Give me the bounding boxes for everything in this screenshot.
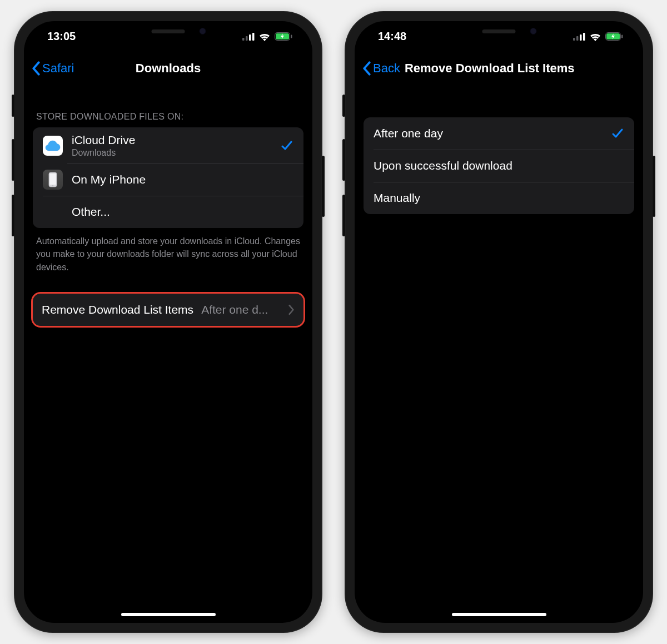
- home-indicator[interactable]: [452, 613, 546, 616]
- wifi-icon: [258, 32, 271, 41]
- svg-rect-16: [621, 35, 623, 38]
- screen: 14:48 Back Remove Download List Items Af…: [355, 21, 643, 623]
- home-indicator[interactable]: [121, 613, 216, 616]
- notch: [97, 21, 239, 41]
- status-time: 13:05: [47, 30, 76, 43]
- volume-down-button: [12, 195, 14, 236]
- screen: 13:05 Safari Downloads Store Downloaded …: [24, 21, 312, 623]
- option-manually[interactable]: Manually: [364, 182, 634, 214]
- svg-rect-3: [252, 33, 255, 41]
- svg-rect-10: [573, 38, 575, 41]
- option-subtitle: Downloads: [72, 148, 280, 158]
- back-button[interactable]: Back: [362, 61, 400, 76]
- option-title: iCloud Drive: [72, 133, 280, 147]
- checkmark-icon: [611, 127, 624, 140]
- storage-option-icloud[interactable]: iCloud Drive Downloads: [33, 127, 303, 164]
- phone-frame-left: 13:05 Safari Downloads Store Downloaded …: [14, 11, 322, 633]
- battery-charging-icon: [275, 32, 292, 41]
- speaker-grille: [482, 29, 516, 33]
- cellular-signal-icon: [242, 33, 255, 41]
- chevron-right-icon: [288, 304, 295, 315]
- svg-rect-1: [246, 36, 248, 41]
- svg-rect-0: [242, 38, 245, 41]
- silent-switch: [342, 95, 345, 117]
- front-camera: [199, 28, 206, 34]
- content: Store Downloaded Files On: iCloud Drive …: [24, 85, 312, 326]
- detail-label: Remove Download List Items: [42, 303, 193, 316]
- detail-value: After one d...: [201, 303, 283, 316]
- section-footer: Automatically upload and store your down…: [24, 228, 312, 274]
- option-title: Other...: [72, 205, 293, 219]
- power-button: [653, 156, 655, 217]
- svg-rect-2: [249, 34, 251, 41]
- cellular-signal-icon: [573, 33, 585, 41]
- page-title: Remove Download List Items: [405, 61, 575, 76]
- on-my-iphone-icon: [43, 170, 63, 190]
- option-title: Manually: [374, 191, 624, 205]
- speaker-grille: [152, 29, 185, 33]
- status-time: 14:48: [378, 30, 406, 43]
- svg-rect-12: [580, 34, 582, 41]
- silent-switch: [12, 95, 14, 117]
- wifi-icon: [589, 32, 601, 41]
- svg-point-9: [52, 185, 54, 187]
- icloud-drive-icon: [43, 136, 63, 156]
- chevron-left-icon: [32, 61, 41, 76]
- option-after-one-day[interactable]: After one day: [364, 117, 634, 150]
- volume-down-button: [342, 195, 345, 236]
- nav-bar: Safari Downloads: [24, 52, 312, 85]
- storage-option-iphone[interactable]: On My iPhone: [33, 164, 303, 196]
- back-label: Back: [373, 61, 400, 76]
- content: After one day Upon successful download M…: [355, 117, 643, 214]
- option-title: Upon successful download: [374, 158, 624, 173]
- volume-up-button: [342, 139, 345, 181]
- svg-rect-8: [49, 174, 56, 185]
- notch: [428, 21, 570, 41]
- icon-spacer: [43, 202, 63, 222]
- back-label: Safari: [42, 61, 74, 76]
- svg-rect-6: [291, 35, 292, 38]
- option-upon-successful-download[interactable]: Upon successful download: [364, 150, 634, 182]
- svg-rect-13: [583, 33, 585, 41]
- option-title: On My iPhone: [72, 172, 293, 187]
- battery-charging-icon: [605, 32, 623, 41]
- remove-download-items-row[interactable]: Remove Download List Items After one d..…: [33, 294, 303, 326]
- front-camera: [530, 28, 536, 34]
- storage-options-group: iCloud Drive Downloads On My iPhone: [33, 127, 303, 228]
- back-button[interactable]: Safari: [32, 61, 74, 76]
- phone-frame-right: 14:48 Back Remove Download List Items Af…: [345, 11, 653, 633]
- chevron-left-icon: [362, 61, 371, 76]
- section-header: Store Downloaded Files On:: [24, 85, 312, 127]
- checkmark-icon: [280, 139, 293, 152]
- svg-rect-11: [576, 36, 579, 41]
- option-title: After one day: [374, 126, 611, 141]
- remove-options-group: After one day Upon successful download M…: [364, 117, 634, 214]
- storage-option-other[interactable]: Other...: [33, 196, 303, 228]
- power-button: [322, 156, 325, 217]
- volume-up-button: [12, 139, 14, 181]
- nav-bar: Back Remove Download List Items: [355, 52, 643, 85]
